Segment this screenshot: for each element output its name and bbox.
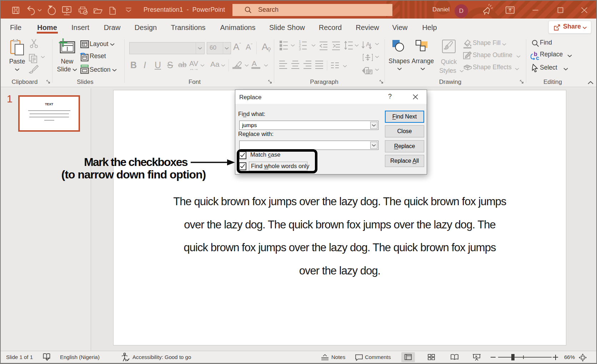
svg-text:3: 3 [299, 47, 301, 51]
svg-text:A: A [366, 41, 370, 48]
svg-text:c: c [536, 55, 539, 60]
